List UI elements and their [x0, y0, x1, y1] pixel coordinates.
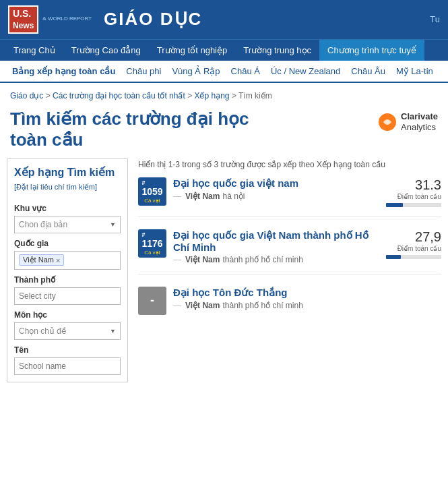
result-info-2: Đại học quốc gia Việt Nam thành phố Hồ C…	[173, 229, 381, 264]
breadcrumb-sep1: >	[46, 91, 53, 100]
sidebar: Xếp hạng Tìm kiếm [Đặt lại tiêu chí tìm …	[7, 158, 128, 382]
subject-label: Môn học	[14, 310, 121, 320]
breadcrumb: Giáo dục > Các trường đại học toàn cầu t…	[0, 83, 448, 103]
breadcrumb-sep3: >	[232, 91, 238, 100]
score-bar-1	[386, 203, 441, 207]
country-input[interactable]: Việt Nam ×	[14, 251, 121, 270]
score-value-1: 31.3	[386, 177, 441, 193]
result-score-2: 27,9 Điểm toàn cầu	[381, 229, 441, 259]
result-city-2: thành phố hồ chí minh	[222, 255, 302, 264]
rank-sub-1: Cà vạt	[144, 198, 160, 204]
city-label: Thành phố	[14, 275, 121, 285]
subnav-item-uc-new-zealand[interactable]: Úc / New Zealand	[267, 65, 344, 78]
country-tag-text: Việt Nam	[23, 256, 54, 264]
result-city-1: hà nội	[222, 192, 245, 201]
country-tag-input[interactable]	[66, 256, 79, 265]
result-name-3[interactable]: Đại học Tôn Đức Thắng	[173, 287, 381, 299]
result-country-3: Việt Nam	[185, 301, 220, 310]
result-city-3: thành phố hồ chí minh	[222, 301, 302, 310]
rank-badge-1: # 1059 Cà vạt	[138, 177, 166, 206]
region-label: Khu vực	[14, 204, 121, 213]
rank-hash-2: #	[141, 231, 145, 238]
rank-value-1: 1059	[141, 186, 162, 197]
name-input[interactable]	[14, 357, 121, 375]
rank-num-2: # 1176	[141, 231, 162, 249]
result-score-1: 31.3 Điểm toàn cầu	[381, 177, 441, 207]
result-name-1[interactable]: Đại học quốc gia việt nam	[173, 177, 381, 190]
clarivate-name: Clarivate	[401, 111, 438, 123]
subject-select-wrapper: Chọn chủ đề	[14, 322, 121, 340]
result-country-1: Việt Nam	[185, 192, 220, 201]
news-text: News	[13, 21, 34, 30]
sidebar-reset-link[interactable]: [Đặt lại tiêu chí tìm kiếm]	[14, 183, 97, 192]
result-location-2: Việt Nam thành phố hồ chí minh	[173, 255, 381, 264]
site-title: GIÁO DỤC	[104, 9, 202, 30]
region-select-wrapper: Chon địa bản	[14, 216, 121, 233]
clarivate-text: Clarivate Analytics	[401, 111, 438, 134]
result-country-2: Việt Nam	[185, 255, 220, 264]
subject-select[interactable]: Chọn chủ đề	[14, 322, 121, 340]
subnav-item-toan-cau[interactable]: Bảng xếp hạng toàn cầu	[8, 65, 119, 78]
results-area: Hiển thị 1-3 trong số 3 trường được sắp …	[138, 158, 441, 382]
page-title: Tìm kiếm các trường đại học toàn cầu	[10, 109, 266, 150]
clarivate-sub: Analytics	[401, 122, 436, 132]
breadcrumb-giao-duc[interactable]: Giáo dục	[10, 91, 43, 100]
breadcrumb-xep-hang[interactable]: Xếp hạng	[194, 91, 229, 100]
rank-badge-2: # 1176 Cà vạt	[138, 229, 166, 258]
clarivate-logo: Clarivate Analytics	[378, 111, 438, 134]
rank-num-1: # 1059	[141, 179, 162, 197]
country-label: Quốc gia	[14, 239, 121, 248]
breadcrumb-cac-truong[interactable]: Các trường đại học toàn cầu tốt nhất	[53, 91, 185, 100]
result-location-1: Việt Nam hà nội	[173, 192, 381, 201]
score-label-2: Điểm toàn cầu	[386, 245, 441, 252]
rank-hash-1: #	[141, 179, 145, 186]
usnews-logo: U.S. News & WORLD REPORT	[8, 5, 92, 34]
rank-value-2: 1176	[141, 238, 162, 249]
score-label-1: Điểm toàn cầu	[386, 193, 441, 200]
result-location-3: Việt Nam thành phố hồ chí minh	[173, 301, 381, 310]
subnav-item-vung-a-rap[interactable]: Vùng Ả Rập	[168, 65, 224, 78]
country-tag: Việt Nam ×	[19, 254, 64, 266]
sidebar-title: Xếp hạng Tìm kiếm	[14, 166, 121, 179]
world-report-text: & WORLD REPORT	[42, 16, 92, 22]
result-name-2[interactable]: Đại học quốc gia Việt Nam thành phố Hồ C…	[173, 229, 381, 253]
logo-area: U.S. News & WORLD REPORT GIÁO DỤC	[8, 5, 202, 34]
nav-item-tot-nghiep[interactable]: Trường tốt nghiệp	[149, 40, 236, 61]
result-info-1: Đại học quốc gia việt nam Việt Nam hà nộ…	[173, 177, 381, 201]
nav-item-trang-chu[interactable]: Trang Chủ	[5, 40, 63, 61]
name-label: Tên	[14, 345, 121, 355]
subnav-item-chau-au[interactable]: Châu Âu	[347, 65, 389, 78]
us-box: U.S. News	[8, 5, 38, 34]
city-input[interactable]	[14, 287, 121, 305]
region-select[interactable]: Chon địa bản	[14, 216, 121, 233]
score-bar-2	[386, 255, 441, 259]
results-header: Hiển thị 1-3 trong số 3 trường được sắp …	[138, 158, 441, 169]
us-text: U.S.	[13, 8, 31, 19]
subnav-item-chau-phi[interactable]: Châu phi	[122, 65, 165, 78]
subnav-item-chau-a[interactable]: Châu Á	[227, 65, 264, 78]
nav-item-trung-hoc[interactable]: Trường trung học	[235, 40, 319, 61]
header: U.S. News & WORLD REPORT GIÁO DỤC Tu	[0, 0, 448, 39]
breadcrumb-sep2: >	[187, 91, 194, 100]
result-info-3: Đại học Tôn Đức Thắng Việt Nam thành phố…	[173, 287, 381, 310]
rank-sub-2: Cà vạt	[144, 250, 160, 256]
score-fill-1	[386, 203, 403, 207]
result-item: # 1059 Cà vạt Đại học quốc gia việt nam …	[138, 177, 441, 217]
result-item: # 1176 Cà vạt Đại học quốc gia Việt Nam …	[138, 229, 441, 274]
main-content: Xếp hạng Tìm kiếm [Đặt lại tiêu chí tìm …	[0, 158, 448, 396]
main-nav: Trang Chủ Trường Cao đẳng Trường tốt ngh…	[0, 39, 448, 61]
sub-nav: Bảng xếp hạng toàn cầu Châu phi Vùng Ả R…	[0, 61, 448, 83]
nav-item-truc-tuyen[interactable]: Chương trình trực tuyế	[319, 40, 424, 61]
score-fill-2	[386, 255, 401, 259]
clarivate-icon	[378, 113, 397, 132]
result-item: - Đại học Tôn Đức Thắng Việt Nam thành p…	[138, 287, 441, 324]
rank-dash-3: -	[150, 293, 154, 308]
score-value-2: 27,9	[386, 229, 441, 245]
subnav-item-my-la-tin[interactable]: Mỹ La-tin	[392, 65, 437, 78]
breadcrumb-tim-kiem: Tìm kiếm	[238, 91, 272, 100]
country-tag-remove[interactable]: ×	[56, 256, 60, 264]
header-right: Tu	[430, 14, 440, 24]
nav-item-cao-dang[interactable]: Trường Cao đẳng	[63, 40, 149, 61]
rank-badge-3: -	[138, 287, 166, 315]
page-header: Tìm kiếm các trường đại học toàn cầu Cla…	[0, 103, 448, 158]
